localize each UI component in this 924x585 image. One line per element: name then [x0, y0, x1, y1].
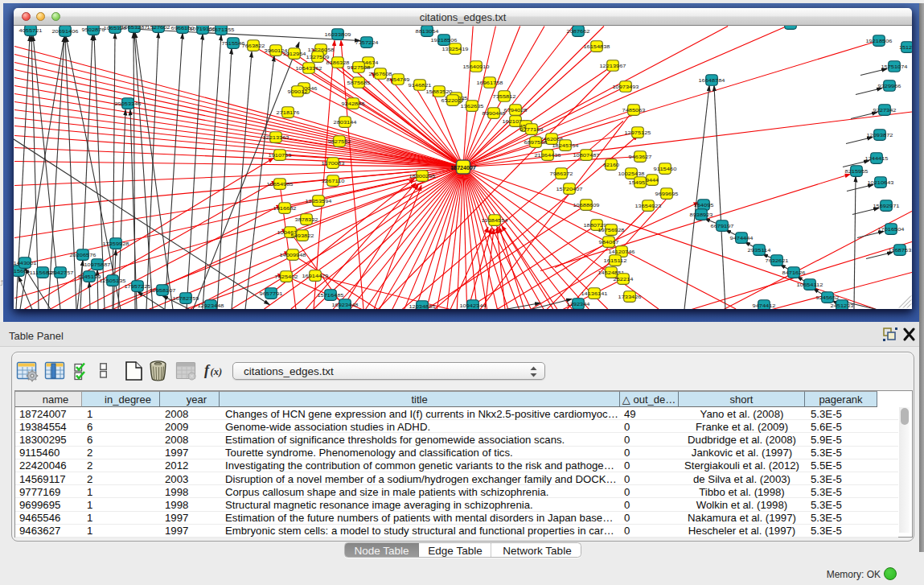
svg-text:7485063: 7485063	[622, 107, 647, 112]
svg-text:15751074: 15751074	[881, 64, 909, 68]
svg-text:19218506: 19218506	[866, 38, 893, 43]
svg-text:16671355: 16671355	[208, 27, 236, 31]
svg-text:16782759: 16782759	[173, 295, 200, 300]
svg-text:10942344: 10942344	[460, 303, 487, 307]
svg-text:1170083: 1170083	[322, 160, 346, 165]
svg-text:9474412: 9474412	[753, 303, 777, 307]
svg-text:10654112: 10654112	[797, 282, 824, 286]
svg-text:9463627: 9463627	[629, 154, 653, 159]
svg-text:3267110: 3267110	[322, 178, 346, 183]
svg-text:12034855: 12034855	[409, 303, 437, 308]
svg-text:1327509: 1327509	[306, 54, 331, 59]
svg-text:14120746: 14120746	[609, 249, 636, 253]
svg-text:9146821: 9146821	[409, 82, 433, 87]
svg-text:1292344: 1292344	[567, 301, 591, 306]
svg-text:16914479: 16914479	[302, 273, 330, 278]
svg-text:9657791: 9657791	[260, 290, 284, 295]
svg-text:1527602: 1527602	[147, 26, 171, 30]
svg-text:9245652: 9245652	[816, 295, 840, 299]
svg-text:7355812: 7355812	[493, 93, 517, 98]
svg-text:12975125: 12975125	[625, 130, 652, 134]
svg-text:1362635: 1362635	[461, 103, 485, 108]
svg-text:18300295: 18300295	[409, 173, 437, 178]
svg-text:16154838: 16154838	[584, 43, 611, 48]
svg-text:10654985: 10654985	[267, 181, 294, 186]
svg-text:12942757: 12942757	[47, 270, 75, 274]
svg-text:8471626: 8471626	[782, 270, 807, 274]
svg-text:2803144: 2803144	[334, 119, 358, 124]
svg-text:4055721: 4055721	[19, 27, 43, 32]
svg-text:8813054: 8813054	[416, 28, 440, 33]
svg-text:10975887: 10975887	[84, 262, 112, 266]
svg-text:20206576: 20206576	[70, 252, 97, 257]
svg-text:15883520: 15883520	[426, 89, 454, 93]
svg-text:5493822: 5493822	[291, 233, 315, 237]
svg-text:10653287: 10653287	[121, 26, 149, 30]
svg-text:8215955: 8215955	[845, 168, 869, 173]
svg-text:2087662: 2087662	[567, 28, 591, 33]
svg-text:9915661: 9915661	[14, 268, 31, 273]
svg-text:1910753: 1910753	[269, 152, 293, 157]
svg-text:12093872: 12093872	[867, 132, 894, 137]
svg-text:7632621: 7632621	[766, 257, 790, 262]
svg-text:9115460: 9115460	[654, 166, 678, 171]
svg-text:14136141: 14136141	[581, 290, 609, 295]
svg-text:1168753: 1168753	[889, 247, 913, 252]
svg-text:10958107: 10958107	[150, 287, 177, 292]
svg-text:9227342: 9227342	[873, 107, 897, 112]
svg-text:14009948: 14009948	[280, 252, 307, 257]
svg-text:9329966: 9329966	[878, 83, 902, 88]
svg-text:1615112: 1615112	[604, 257, 628, 262]
svg-text:9327508: 9327508	[347, 64, 372, 69]
svg-text:16923448: 16923448	[332, 302, 359, 307]
svg-text:6679197: 6679197	[711, 223, 735, 228]
svg-text:13654923: 13654923	[635, 203, 663, 208]
svg-text:15122: 15122	[899, 44, 912, 49]
svg-text:12353594: 12353594	[306, 198, 333, 203]
svg-text:2967608: 2967608	[369, 71, 393, 76]
svg-text:1244415: 1244415	[865, 155, 889, 160]
svg-text:7357224: 7357224	[355, 39, 380, 44]
svg-text:2718176: 2718176	[277, 109, 301, 114]
svg-text:18724007: 18724007	[450, 164, 475, 170]
svg-text:15692971: 15692971	[873, 203, 901, 208]
svg-text:9827552: 9827552	[328, 138, 352, 143]
svg-text:9444: 9444	[646, 177, 659, 182]
svg-text:29053346: 29053346	[115, 101, 142, 105]
svg-text:19218506: 19218506	[431, 37, 458, 42]
svg-text:10807487: 10807487	[573, 152, 601, 157]
svg-text:1443001: 1443001	[14, 260, 37, 265]
svg-text:909012: 909012	[288, 89, 309, 93]
svg-text:3878332: 3878332	[295, 216, 319, 221]
svg-text:2935114: 2935114	[748, 247, 772, 252]
svg-text:9502876: 9502876	[82, 27, 106, 31]
svg-text:17016504: 17016504	[878, 226, 906, 231]
svg-text:1145139: 1145139	[78, 274, 102, 278]
svg-text:10025438: 10025438	[618, 171, 646, 175]
svg-text:984067: 984067	[599, 239, 620, 244]
svg-text:8938923: 8938923	[690, 212, 714, 216]
svg-text:62160: 62160	[603, 162, 620, 167]
svg-text:12505135: 12505135	[100, 278, 127, 282]
svg-text:3912954: 3912954	[283, 51, 307, 56]
svg-text:10210643: 10210643	[868, 179, 895, 184]
svg-text:9699695: 9699695	[655, 191, 680, 196]
svg-text:9777169: 9777169	[520, 126, 544, 131]
svg-text:17957225: 17957225	[125, 283, 152, 288]
svg-text:9242848: 9242848	[342, 101, 366, 105]
svg-text:6794028: 6794028	[504, 107, 528, 112]
svg-text:15640910: 15640910	[463, 64, 491, 68]
svg-text:16648784: 16648784	[699, 77, 726, 82]
svg-text:15720407: 15720407	[556, 186, 584, 191]
svg-text:20691406: 20691406	[52, 28, 80, 33]
svg-text:6897568: 6897568	[524, 139, 548, 144]
svg-text:8990448: 8990448	[483, 110, 507, 115]
svg-text:21364436: 21364436	[535, 152, 562, 157]
svg-text:1733426: 1733426	[618, 294, 643, 299]
svg-text:(x): (x)	[211, 366, 223, 377]
svg-text:12213363: 12213363	[263, 134, 290, 139]
svg-text:10973493: 10973493	[613, 84, 640, 89]
svg-text:18245754: 18245754	[552, 142, 580, 147]
svg-text:252214: 252214	[614, 276, 634, 281]
svg-text:19384554: 19384554	[482, 217, 509, 222]
